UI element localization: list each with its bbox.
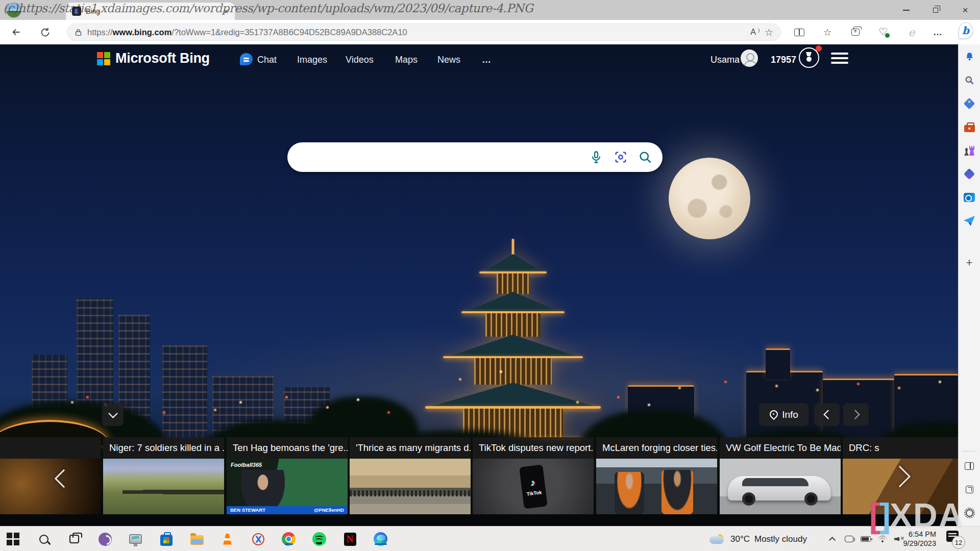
nav-more-icon[interactable]: … — [482, 55, 492, 65]
phone-illustration: ♪ TikTok — [519, 465, 548, 509]
microsoft-bing-logo[interactable]: Microsoft Bing — [97, 51, 210, 66]
collapse-feed-button[interactable] — [102, 403, 124, 426]
tray-overflow-chevron-icon[interactable] — [827, 534, 837, 544]
visual-search-camera-icon[interactable] — [614, 150, 628, 164]
microphone-icon[interactable] — [589, 150, 603, 164]
notification-center-button[interactable]: 12 — [946, 530, 977, 550]
tools-toolbox-icon[interactable] — [963, 121, 975, 133]
favorites-bar-icon[interactable]: ☆ — [820, 25, 835, 39]
bing-chat-bubble-icon[interactable]: b — [959, 23, 973, 38]
news-card-image — [596, 459, 717, 514]
search-box[interactable] — [287, 142, 663, 172]
nav-images[interactable]: Images — [297, 55, 327, 65]
hamburger-menu-icon[interactable] — [831, 52, 848, 65]
sidebar-search-icon[interactable] — [963, 74, 975, 86]
news-card-image — [0, 459, 101, 514]
search-icon[interactable] — [638, 150, 652, 164]
url-text: https://www.bing.com/?toWww=1&redig=3517… — [87, 28, 745, 37]
nav-maps[interactable]: Maps — [395, 55, 418, 65]
rewards-points[interactable]: 17957 — [771, 55, 796, 65]
system-monitor-icon[interactable] — [129, 532, 142, 546]
previous-image-button[interactable] — [814, 403, 840, 426]
news-card[interactable]: 'Thrice as many migrants d... — [350, 437, 471, 514]
search-input[interactable] — [302, 152, 579, 163]
news-card-image — [350, 459, 471, 514]
sidebar-divider — [962, 451, 976, 452]
snipping-tool-icon[interactable] — [251, 532, 265, 546]
settings-more-icon[interactable]: … — [931, 25, 945, 39]
bittorrent-icon[interactable] — [98, 532, 112, 546]
wifi-icon[interactable] — [877, 534, 888, 544]
next-image-button[interactable] — [843, 403, 869, 426]
account-avatar[interactable] — [741, 49, 758, 67]
chrome-icon[interactable] — [282, 532, 296, 546]
lock-icon — [75, 28, 82, 37]
clock-time: 6:54 PM — [894, 530, 936, 539]
taskbar-apps: N — [6, 527, 387, 551]
taskbar-search-icon[interactable] — [37, 532, 51, 546]
open-external-icon[interactable] — [963, 483, 975, 495]
browser-tab-bing[interactable]: Bing × — [66, 3, 235, 20]
refresh-button[interactable] — [38, 25, 52, 39]
browser-essentials-icon[interactable] — [876, 25, 891, 39]
pagoda-illustration — [419, 239, 607, 448]
tab-title: Bing — [86, 7, 219, 15]
drop-send-icon[interactable] — [963, 215, 975, 227]
shopping-tag-icon[interactable] — [963, 97, 975, 110]
battery-icon[interactable] — [861, 534, 871, 544]
spotify-icon[interactable] — [312, 532, 326, 546]
outlook-icon[interactable] — [963, 191, 975, 204]
taskbar-clock[interactable]: 6:54 PM 9/29/2023 — [894, 530, 936, 548]
start-button[interactable] — [6, 532, 20, 546]
news-card[interactable]: Ten Hag bemoans the 'gre... Football365 … — [227, 437, 348, 514]
back-button[interactable] — [9, 25, 23, 39]
news-card[interactable]: McLaren forging closer ties... — [596, 437, 717, 514]
file-explorer-icon[interactable] — [190, 532, 204, 546]
account-name[interactable]: Usama — [710, 55, 740, 65]
address-bar[interactable]: https://www.bing.com/?toWww=1&redig=3517… — [67, 23, 781, 41]
taskbar-weather-widget[interactable]: 30°C Mostly cloudy — [709, 527, 807, 551]
news-card-title: TikTok disputes new report... — [473, 437, 594, 459]
nav-chat[interactable]: Chat — [257, 55, 277, 65]
task-view-icon[interactable] — [67, 532, 81, 546]
bing-homepage: Microsoft Bing Chat Images Videos Maps N… — [0, 44, 958, 526]
news-card-partial-left[interactable] — [0, 437, 101, 514]
collections-icon[interactable] — [848, 25, 863, 39]
restore-button[interactable] — [921, 0, 950, 20]
vlc-icon[interactable] — [220, 532, 234, 546]
news-card[interactable]: Niger: 7 soldiers killed in a ... — [103, 437, 224, 514]
add-sidebar-item-icon[interactable]: + — [963, 257, 975, 269]
nav-news[interactable]: News — [437, 55, 460, 65]
split-screen-icon[interactable] — [792, 25, 806, 39]
edge-sidebar: + — [958, 44, 980, 526]
nav-videos[interactable]: Videos — [346, 55, 374, 65]
netflix-icon[interactable]: N — [343, 532, 357, 546]
news-card[interactable]: TikTok disputes new report... ♪ TikTok — [473, 437, 594, 514]
tab-close-icon[interactable]: × — [224, 7, 229, 16]
sidebar-settings-gear-icon[interactable] — [963, 507, 975, 519]
news-card[interactable]: VW Golf Electric To Be Mad... — [720, 437, 841, 514]
notifications-bell-icon[interactable] — [963, 51, 975, 63]
info-label: Info — [782, 409, 798, 420]
tiktok-note-icon: ♪ — [530, 478, 535, 489]
device-cast-icon[interactable] — [844, 534, 854, 544]
ie-mode-icon[interactable]: e — [904, 25, 919, 39]
microsoft-logo-icon — [97, 52, 110, 65]
car-wheel — [804, 492, 818, 506]
news-card-image: Football365 BEN STEWART@PNEllenHD — [227, 459, 348, 514]
microsoft-store-icon[interactable] — [159, 532, 173, 546]
minimize-button[interactable] — [891, 0, 921, 20]
news-card-title: 'Thrice as many migrants d... — [350, 437, 471, 459]
read-aloud-icon[interactable]: A — [750, 28, 760, 37]
games-chess-icon[interactable] — [963, 144, 975, 157]
news-card-title — [0, 437, 101, 459]
image-info-button[interactable]: Info — [759, 403, 808, 426]
sidebar-panel-icon[interactable] — [963, 460, 975, 472]
browser-profile-icon[interactable] — [6, 3, 21, 18]
microsoft-365-icon[interactable] — [963, 168, 975, 180]
weather-condition: Mostly cloudy — [754, 534, 807, 544]
favorite-star-icon[interactable]: ☆ — [765, 27, 773, 38]
edge-icon-active[interactable] — [374, 532, 387, 546]
close-button[interactable]: × — [950, 0, 980, 20]
window-titlebar: Bing × (c)https://static1.xdaimages.com/… — [0, 0, 980, 20]
